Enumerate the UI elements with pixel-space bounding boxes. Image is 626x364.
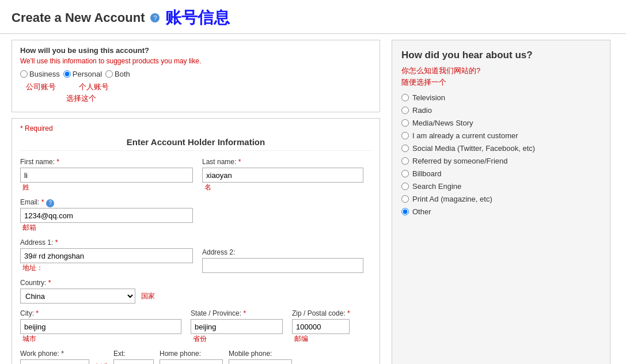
state-label: State / Province: * (191, 309, 283, 317)
work-phone-cn: 电话 (94, 362, 108, 365)
help-icon[interactable]: ? (150, 13, 160, 22)
email-help-icon[interactable]: ? (46, 199, 54, 207)
page-title-en: Create a New Account (12, 10, 145, 25)
mobile-phone-group: Mobile phone: (229, 350, 292, 364)
personal-cn: 个人账号 (79, 82, 109, 92)
radio-print-ad[interactable] (401, 195, 409, 203)
radio-social-media[interactable] (401, 145, 409, 152)
subtitle-link: you may like. (161, 57, 201, 65)
phone-row: Work phone: * 电话 Ext: Home phone: (20, 350, 371, 364)
radio-radio[interactable] (401, 107, 409, 114)
mobile-phone-input[interactable] (229, 359, 292, 364)
address-row: Address 1: * 地址： Address 2: (20, 238, 371, 273)
option-other[interactable]: Other (401, 207, 601, 216)
city-input[interactable] (20, 319, 181, 334)
email-input[interactable] (20, 208, 193, 223)
option-billboard-label[interactable]: Billboard (412, 169, 442, 178)
country-row: Country: * China United States United Ki… (20, 279, 371, 304)
home-phone-label: Home phone: (160, 350, 223, 358)
radio-television[interactable] (401, 94, 409, 101)
email-cn: 邮箱 (22, 223, 193, 233)
account-type-box: How will you be using this account? We'l… (12, 40, 380, 112)
radio-both[interactable] (105, 70, 113, 78)
radio-business-label[interactable]: Business (20, 70, 60, 78)
option-radio[interactable]: Radio (401, 106, 601, 115)
subtitle-pre: We'll use this information to suggest pr… (20, 57, 161, 65)
business-cn: 公司账号 (26, 82, 56, 92)
address2-label: Address 2: (202, 248, 371, 256)
address2-input[interactable] (202, 258, 363, 273)
account-type-subtitle: We'll use this information to suggest pr… (20, 57, 371, 65)
first-name-input[interactable] (20, 168, 193, 183)
radio-both-text: Both (115, 70, 130, 78)
option-search-engine-label[interactable]: Search Engine (412, 182, 461, 191)
first-name-group: First name: * 姓 (20, 158, 193, 192)
option-current-customer[interactable]: I am already a current customer (401, 131, 601, 140)
city-group: City: * 城市 (20, 309, 181, 344)
email-label-row: Email: * ? (20, 198, 193, 208)
radio-billboard[interactable] (401, 170, 409, 177)
address1-input[interactable] (20, 248, 193, 263)
option-referred-label[interactable]: Referred by someone/Friend (412, 157, 507, 165)
last-name-input[interactable] (202, 168, 363, 183)
work-phone-group: Work phone: * 电话 (20, 350, 108, 364)
zip-label: Zip / Postal code: * (292, 309, 371, 317)
last-name-label: Last name: * (202, 158, 371, 166)
right-panel-cn: 你怎么知道我们网站的? (401, 66, 601, 76)
radio-personal-text: Personal (73, 70, 102, 78)
right-panel-title: How did you hear about us? (401, 50, 601, 61)
mobile-phone-label: Mobile phone: (229, 350, 292, 358)
option-media-label[interactable]: Media/News Story (412, 119, 473, 127)
right-panel: How did you hear about us? 你怎么知道我们网站的? 随… (392, 40, 610, 364)
radio-business[interactable] (20, 70, 28, 78)
option-print-ad[interactable]: Print Ad (magazine, etc) (401, 195, 601, 203)
state-input[interactable] (191, 319, 283, 334)
country-cn: 国家 (141, 291, 155, 301)
work-phone-label: Work phone: * (20, 350, 108, 358)
first-name-cn: 姓 (22, 183, 193, 192)
option-social-media-label[interactable]: Social Media (Twitter, Facebook, etc) (412, 144, 535, 153)
ext-input[interactable] (113, 359, 154, 364)
option-search-engine[interactable]: Search Engine (401, 182, 601, 191)
option-print-ad-label[interactable]: Print Ad (magazine, etc) (412, 195, 492, 203)
account-type-question: How will you be using this account? (20, 46, 371, 55)
page-header: Create a New Account ? 账号信息 (0, 0, 626, 34)
country-group: Country: * China United States United Ki… (20, 279, 193, 304)
address1-cn: 地址： (22, 263, 193, 273)
option-radio-label[interactable]: Radio (412, 106, 432, 115)
left-panel: How will you be using this account? We'l… (12, 40, 380, 364)
option-television[interactable]: Television (401, 93, 601, 102)
last-name-group: Last name: * 名 (202, 158, 371, 192)
zip-input[interactable] (292, 319, 350, 334)
email-group: Email: * ? 邮箱 (20, 198, 193, 233)
radio-other[interactable] (401, 208, 409, 215)
option-billboard[interactable]: Billboard (401, 169, 601, 178)
radio-search-engine[interactable] (401, 183, 409, 190)
home-phone-input[interactable] (160, 359, 223, 364)
radio-personal-label[interactable]: Personal (63, 70, 102, 78)
radio-referred[interactable] (401, 157, 409, 165)
work-phone-input[interactable] (20, 359, 89, 364)
radio-current-customer[interactable] (401, 132, 409, 139)
option-television-label[interactable]: Television (412, 93, 445, 102)
last-name-cn: 名 (204, 183, 371, 192)
option-current-customer-label[interactable]: I am already a current customer (412, 131, 518, 140)
required-note: * Required (20, 124, 371, 132)
radio-personal[interactable] (63, 70, 71, 78)
city-state-zip-row: City: * 城市 State / Province: * 省份 (20, 309, 371, 344)
option-social-media[interactable]: Social Media (Twitter, Facebook, etc) (401, 144, 601, 153)
city-label: City: * (20, 309, 181, 317)
radio-media[interactable] (401, 119, 409, 127)
option-referred[interactable]: Referred by someone/Friend (401, 157, 601, 165)
country-select[interactable]: China United States United Kingdom Other (20, 289, 135, 304)
option-other-label[interactable]: Other (412, 207, 431, 216)
zip-cn: 邮编 (294, 334, 371, 344)
address1-group: Address 1: * 地址： (20, 238, 193, 273)
option-media[interactable]: Media/News Story (401, 119, 601, 127)
section-header: Enter Account Holder Information (20, 137, 371, 151)
country-label: Country: * (20, 279, 193, 287)
ext-label: Ext: (113, 350, 154, 358)
radio-both-label[interactable]: Both (105, 70, 130, 78)
address1-label: Address 1: * (20, 238, 193, 247)
first-name-label: First name: * (20, 158, 193, 166)
